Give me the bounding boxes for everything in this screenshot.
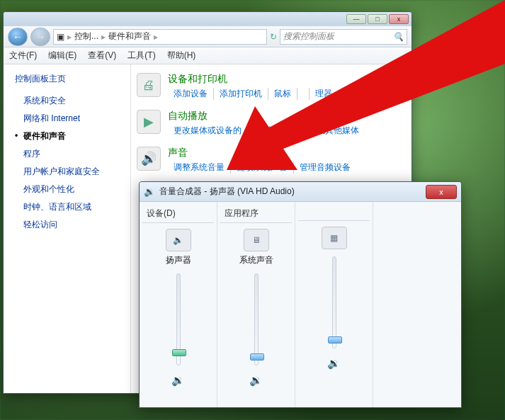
maximize-button[interactable]: □ [368,14,387,24]
search-placeholder: 搜索控制面板 [283,30,334,42]
sidebar-item-ease[interactable]: 轻松访问 [15,216,125,234]
sidebar-item-hardware[interactable]: 硬件和声音 [15,127,125,145]
slider-thumb[interactable] [328,336,342,344]
vm-app-column-2: ▦ 🔉 [295,202,373,407]
system-sounds-icon[interactable]: 🖥 [244,229,269,251]
close-button[interactable]: x [389,14,409,24]
vm-empty-column [373,202,461,407]
speaker-icon: 🔉 [144,186,155,198]
category-autoplay: ▶ 自动播放 更改媒体或设备的 自动播放 CD 或其他媒体 [137,110,406,137]
link-add-device[interactable]: 添加设备 [168,88,214,100]
minimize-button[interactable]: — [346,14,366,24]
menu-tools[interactable]: 工具(T) [127,50,155,62]
slider-thumb[interactable] [172,349,186,356]
link-mouse[interactable]: 鼠标 [268,88,297,100]
menu-bar: 文件(F) 编辑(E) 查看(V) 工具(T) 帮助(H) [4,47,412,64]
vm-title-text: 音量合成器 - 扬声器 (VIA HD Audio) [159,186,421,198]
sidebar-item-system[interactable]: 系统和安全 [15,92,125,110]
menu-file[interactable]: 文件(F) [9,50,37,62]
category-sound: 🔊 声音 调整系统音量 更改系统声音 管理音频设备 [137,147,406,174]
link-change-media[interactable]: 更改媒体或设备的 [168,125,248,137]
device-speaker-icon[interactable]: 🔈 [166,229,191,251]
mute-button-speakers[interactable]: 🔉 [142,374,214,387]
search-icon: 🔍 [393,32,404,42]
vm-app-header-blank [298,208,370,221]
bc-sep: ▸ [67,32,72,42]
link-adjust-volume[interactable]: 调整系统音量 [168,161,231,174]
sidebar-item-clock[interactable]: 时钟、语言和区域 [15,198,125,216]
refresh-icon[interactable]: ↻ [270,32,277,42]
back-button[interactable]: ← [8,28,28,46]
address-bar[interactable]: ▣ ▸ 控制... ▸ 硬件和声音 ▸ [53,29,267,45]
forward-button[interactable]: → [30,28,50,46]
menu-edit[interactable]: 编辑(E) [48,50,76,62]
sidebar-home[interactable]: 控制面板主页 [15,73,125,85]
vm-slider-speakers[interactable] [176,273,181,365]
vm-titlebar: 🔉 音量合成器 - 扬声器 (VIA HD Audio) x [140,182,461,202]
bc-sep: ▸ [154,32,158,42]
link-change-sounds[interactable]: 更改系统声音 [231,161,294,174]
menu-help[interactable]: 帮助(H) [167,50,196,62]
vm-slider-app2[interactable] [332,256,336,348]
sidebar-item-network[interactable]: 网络和 Internet [15,110,125,127]
cat-title-devices[interactable]: 设备和打印机 [168,73,338,86]
sidebar-item-appearance[interactable]: 外观和个性化 [15,181,125,198]
cat-title-autoplay[interactable]: 自动播放 [168,110,365,123]
vm-close-button[interactable]: x [426,185,457,199]
vm-device-column: 设备(D) 🔈 扬声器 🔉 [140,202,217,407]
vm-label-speakers: 扬声器 [142,254,214,266]
mute-button-system[interactable]: 🔉 [220,374,292,387]
vm-app-column-1: 应用程序 🖥 系统声音 🔉 [217,202,295,407]
link-manage-audio[interactable]: 管理音频设备 [294,161,356,174]
vm-device-header: 设备(D) [142,208,214,223]
vm-slider-system[interactable] [254,273,259,365]
titlebar: — □ x [4,12,412,26]
breadcrumb-2[interactable]: 硬件和声音 [108,30,151,42]
sidebar: 控制面板主页 系统和安全 网络和 Internet 硬件和声音 程序 用户帐户和… [4,64,131,393]
printer-icon: 🖨 [137,73,161,97]
vm-label-system: 系统声音 [220,254,292,266]
search-input[interactable]: 搜索控制面板 🔍 [280,29,407,45]
link-add-printer[interactable]: 添加打印机 [214,88,268,100]
bc-sep: ▸ [101,32,106,42]
vm-app-header: 应用程序 [220,208,292,223]
volume-mixer-window: 🔉 音量合成器 - 扬声器 (VIA HD Audio) x 设备(D) 🔈 扬… [139,181,462,408]
mute-button-app2[interactable]: 🔉 [298,357,370,370]
link-manager[interactable]: 理器 [310,88,338,100]
cat-title-sound[interactable]: 声音 [168,147,356,159]
nav-bar: ← → ▣ ▸ 控制... ▸ 硬件和声音 ▸ ↻ 搜索控制面板 🔍 [4,26,412,47]
autoplay-icon: ▶ [137,110,161,134]
app-icon[interactable]: ▦ [322,227,347,249]
link-obscured2[interactable] [248,125,260,137]
link-autoplay-cd[interactable]: 自动播放 CD 或其他媒体 [260,125,365,137]
sound-icon: 🔊 [137,147,161,171]
sidebar-item-accounts[interactable]: 用户帐户和家庭安全 [15,163,125,181]
folder-icon: ▣ [57,32,64,42]
sidebar-item-programs[interactable]: 程序 [15,145,125,163]
category-devices: 🖨 设备和打印机 添加设备 添加打印机 鼠标 理器 [137,73,406,100]
breadcrumb-1[interactable]: 控制... [74,30,98,42]
menu-view[interactable]: 查看(V) [88,50,116,62]
link-obscured[interactable] [297,88,310,100]
slider-thumb[interactable] [250,353,264,361]
